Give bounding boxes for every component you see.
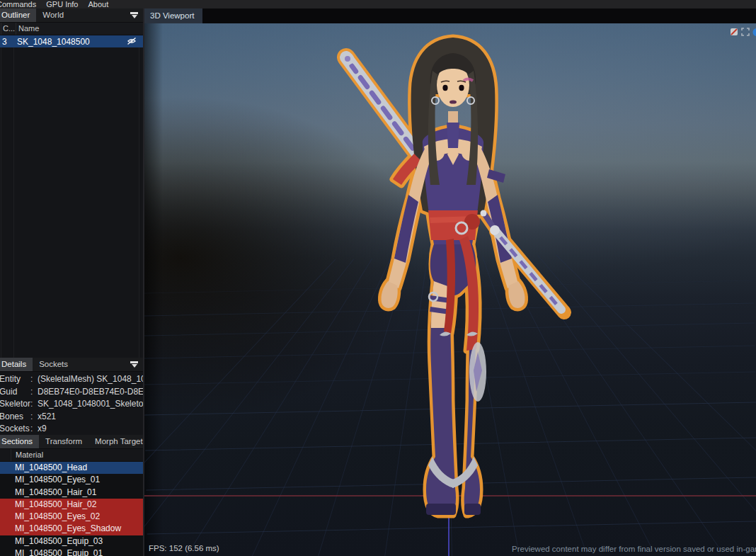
tab-sockets[interactable]: Sockets — [33, 358, 74, 371]
thigh-ring — [429, 293, 437, 301]
dock-menu-icon[interactable] — [130, 361, 138, 368]
earring — [432, 97, 439, 104]
no-texture-icon[interactable] — [730, 28, 738, 36]
leg-left — [426, 281, 456, 515]
ground-grid — [144, 23, 756, 556]
preview-disclaimer: Previewed content may differ from final … — [512, 545, 756, 553]
eye — [442, 85, 447, 91]
material-row[interactable]: MI_1048500_Eyes_Shadow — [0, 523, 143, 535]
detail-bones: Bones:x521 — [0, 411, 143, 424]
eye-off-icon[interactable] — [127, 37, 137, 47]
sash-knot — [464, 214, 480, 229]
thigh-strap — [430, 307, 450, 314]
hair-back — [411, 38, 496, 215]
back-sword — [341, 52, 430, 170]
arm-right — [472, 145, 518, 288]
sash-ribbon-left — [393, 154, 423, 185]
leg-right — [464, 281, 480, 515]
info-icon[interactable] — [752, 28, 756, 37]
side-lock — [466, 71, 478, 185]
outliner-tree-area[interactable] — [0, 47, 143, 358]
app-window: Commands GPU Info About Outliner World C… — [0, 0, 756, 556]
menu-gpu-info[interactable]: GPU Info — [46, 0, 78, 8]
tab-morph-targets[interactable]: Morph Targets — [88, 435, 143, 448]
outliner-row-sk-1048[interactable]: 3 SK_1048_1048500 — [0, 35, 143, 47]
boot-details — [426, 331, 486, 515]
material-row[interactable]: MI_1048500_Hair_02 — [0, 499, 143, 511]
hand-left — [381, 281, 397, 308]
column-name: Name — [16, 23, 143, 35]
neck-skin — [448, 111, 458, 125]
menu-bar: Commands GPU Info About — [0, 0, 756, 8]
material-row[interactable]: MI_1048500_Hair_01 — [0, 487, 143, 499]
left-dock-panel: Outliner World C... Name 3 SK_1048_10485… — [0, 8, 143, 556]
row-count: 3 — [1, 37, 15, 47]
details-tabstrip: Details Sockets — [0, 358, 143, 372]
material-row[interactable]: MI_1048500_Eyes_01 — [0, 474, 143, 486]
tab-3d-viewport[interactable]: 3D Viewport — [144, 8, 202, 23]
tab-details[interactable]: Details — [0, 358, 33, 371]
tab-outliner[interactable]: Outliner — [0, 8, 36, 22]
viewport-canvas[interactable]: FPS: 152 (6.56 ms) Previewed content may… — [144, 23, 756, 556]
thigh-strap — [430, 295, 451, 303]
menu-about[interactable]: About — [88, 0, 109, 8]
torso-suit — [423, 128, 483, 295]
hip-sword — [481, 210, 562, 310]
thigh-right-skin — [471, 281, 475, 328]
outliner-header: C... Name — [0, 23, 143, 35]
side-lock — [428, 71, 440, 185]
outliner-tabstrip: Outliner World — [0, 8, 143, 23]
sleeve-left — [394, 195, 418, 263]
column-count: C... — [1, 23, 16, 35]
tab-transform[interactable]: Transform — [39, 435, 88, 448]
detail-skeleton: Skeleton:SK_1048_1048001_Skeleton — [0, 398, 143, 411]
arm-left — [388, 145, 434, 288]
material-row[interactable]: MI_1048500_Equip_03 — [0, 535, 143, 548]
column-material: Material — [11, 449, 143, 461]
material-header: Material — [0, 449, 143, 462]
character-model[interactable] — [315, 32, 591, 524]
details-fields: Entity:(SkeletalMesh) SK_1048_1048500 Gu… — [0, 372, 143, 435]
sections-tabstrip: Sections Transform Morph Targets — [0, 435, 143, 449]
head — [428, 53, 478, 185]
lips — [449, 100, 457, 103]
waist-sash — [428, 210, 478, 240]
fps-counter: FPS: 152 (6.56 ms) — [149, 544, 219, 552]
sleeve-right — [488, 195, 512, 263]
eye — [459, 85, 464, 91]
tab-sections[interactable]: Sections — [0, 435, 39, 448]
selection-outline — [346, 38, 564, 515]
earring — [467, 97, 474, 104]
detail-sockets: Sockets:x9 — [0, 423, 143, 436]
material-list: MI_1048500_Head MI_1048500_Eyes_01 MI_10… — [0, 462, 143, 556]
viewport-toolbar — [730, 27, 756, 37]
focus-icon[interactable] — [741, 28, 750, 36]
eye-marking — [464, 79, 473, 81]
viewport-pane: 3D Viewport — [144, 8, 756, 556]
hand-right — [508, 281, 525, 308]
detail-entity: Entity:(SkeletalMesh) SK_1048_1048500 — [0, 373, 143, 386]
material-row[interactable]: MI_1048500_Head — [0, 462, 143, 474]
menu-commands[interactable]: Commands — [0, 0, 36, 8]
chest-skin — [424, 139, 482, 161]
row-name: SK_1048_1048500 — [15, 37, 143, 47]
tab-world[interactable]: World — [36, 8, 70, 22]
material-row[interactable]: MI_1048500_Eyes_02 — [0, 511, 143, 523]
detail-guid: Guid:D8EB74E0-D8EB74E0-D8EB74E0-D8EB74E0 — [0, 386, 143, 399]
sash-tail — [459, 236, 479, 351]
bangs — [430, 53, 476, 84]
sash-ring — [456, 222, 467, 234]
thigh-left-skin — [431, 281, 449, 328]
collar-strap — [447, 123, 459, 148]
dock-menu-icon[interactable] — [130, 12, 138, 18]
sash-tail — [444, 239, 455, 334]
viewport-tabstrip: 3D Viewport — [144, 8, 756, 23]
material-row[interactable]: MI_1048500_Equip_01 — [0, 548, 143, 556]
bicep-band — [487, 169, 505, 183]
leotard-bottom — [430, 244, 476, 295]
